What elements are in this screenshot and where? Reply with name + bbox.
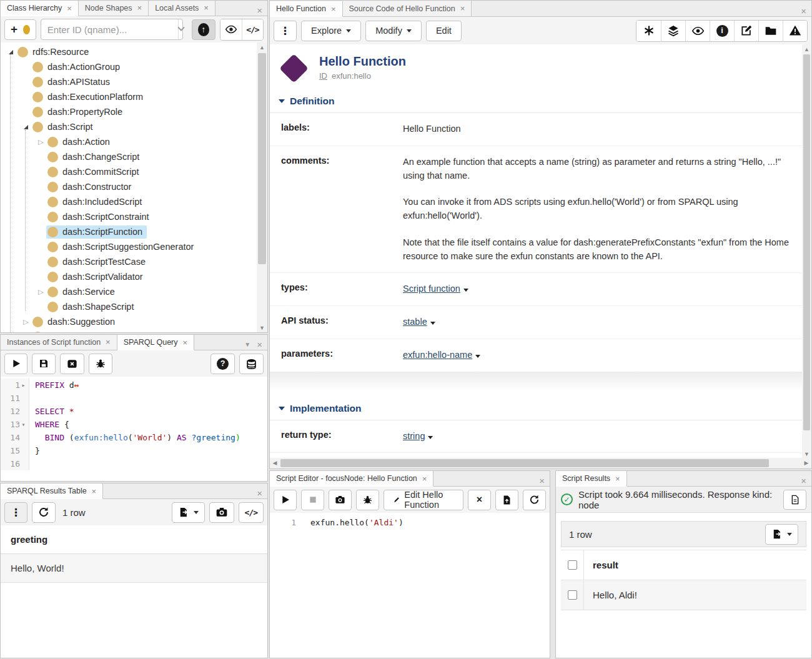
panel-menu-icon[interactable]: ▼ — [244, 341, 250, 348]
tree-item-dash-scriptsuggestiongenerator[interactable]: dash:ScriptSuggestionGenerator — [1, 239, 257, 254]
tab-hello-function[interactable]: Hello Function× — [270, 1, 343, 17]
close-icon[interactable]: × — [615, 475, 620, 483]
chevron-down-icon[interactable] — [463, 289, 468, 292]
close-icon[interactable]: × — [331, 5, 336, 13]
code-line[interactable]: 14 BIND (exfun:hello('World') AS ?greeti… — [1, 431, 267, 444]
expand-icon[interactable]: ▷ — [37, 288, 45, 296]
tree-item-dash-changescript[interactable]: dash:ChangeScript — [1, 149, 257, 164]
code-line[interactable]: 1▸PREFIX d↔ — [1, 379, 267, 392]
form-scrollbar-horizontal[interactable]: ◀ ▶ — [270, 458, 811, 468]
refresh-results-button[interactable] — [32, 502, 56, 523]
scrollbar-thumb[interactable] — [258, 53, 266, 264]
section-definition[interactable]: Definition — [270, 87, 802, 113]
info-button[interactable]: i — [710, 21, 734, 41]
checkbox[interactable] — [568, 560, 577, 570]
tab-instances[interactable]: Instances of Script function× — [1, 334, 117, 350]
code-line[interactable]: 15 } — [1, 444, 267, 457]
chevron-down-icon[interactable] — [428, 436, 433, 439]
source-code-button[interactable]: </> — [242, 19, 263, 40]
create-class-button[interactable]: + — [4, 19, 36, 40]
id-search-dropdown[interactable] — [178, 19, 184, 39]
edit-button[interactable]: Edit — [426, 21, 462, 41]
results-row[interactable]: Hello, World! — [1, 554, 267, 583]
tab-script-results[interactable]: Script Results× — [556, 471, 627, 487]
script-code-editor[interactable]: 1 exfun.hello('Aldi') — [270, 513, 550, 658]
run-script-button[interactable] — [274, 490, 297, 510]
chevron-down-icon[interactable] — [430, 322, 435, 325]
tab-node-shapes[interactable]: Node Shapes× — [79, 0, 149, 16]
panel-close-icon[interactable]: × — [801, 475, 806, 486]
tree-item-dash-commitscript[interactable]: dash:CommitScript — [1, 164, 257, 179]
fold-marker-icon[interactable]: ▾ — [20, 418, 27, 431]
form-menu-button[interactable]: ⋮ — [274, 21, 297, 41]
fold-marker-icon[interactable]: ▸ — [20, 379, 27, 392]
expand-icon[interactable]: ▷ — [22, 318, 30, 326]
save-query-button[interactable] — [32, 354, 56, 374]
export-results-button[interactable] — [172, 502, 205, 523]
close-icon[interactable]: × — [460, 4, 465, 12]
tree-item-dash-apistatus[interactable]: dash:APIStatus — [1, 74, 257, 89]
scroll-left-icon[interactable]: ◀ — [270, 458, 280, 468]
scrollbar-thumb[interactable] — [280, 459, 769, 467]
id-search-input[interactable] — [41, 24, 178, 35]
tree-item-dash-suggestion[interactable]: ▷dash:Suggestion — [1, 314, 257, 329]
tree-item-rdfs-resource[interactable]: rdfs:Resource — [1, 44, 257, 59]
code-line[interactable]: 1 exfun.hello('Aldi') — [270, 516, 550, 529]
query-dataset-button[interactable] — [239, 354, 264, 374]
watch-button[interactable] — [685, 21, 710, 41]
panel-close-icon[interactable]: × — [257, 5, 262, 16]
problems-button[interactable] — [783, 21, 807, 41]
close-icon[interactable]: × — [67, 4, 72, 12]
run-query-button[interactable] — [4, 354, 27, 374]
results-menu-button[interactable]: ⋮ — [4, 502, 27, 523]
navigate-up-button[interactable]: ↑ — [192, 19, 215, 40]
tree-item-dash-scriptconstraint[interactable]: dash:ScriptConstraint — [1, 209, 257, 224]
folder-button[interactable] — [758, 21, 783, 41]
results-source-button[interactable]: </> — [239, 502, 264, 523]
scroll-up-icon[interactable]: ▲ — [802, 44, 811, 54]
tree-item-dash-propertyrole[interactable]: dash:PropertyRole — [1, 104, 257, 119]
explore-menu-button[interactable]: Explore — [301, 21, 361, 41]
scroll-down-icon[interactable]: ▼ — [257, 323, 267, 333]
panel-close-icon[interactable]: × — [539, 475, 545, 486]
clear-query-button[interactable] — [60, 354, 84, 374]
tree-item-dash-executionplatform[interactable]: dash:ExecutionPlatform — [1, 89, 257, 104]
preview-eye-button[interactable] — [220, 19, 242, 40]
scroll-up-icon[interactable]: ▲ — [257, 42, 267, 52]
tree-item-dash-scripttestcase[interactable]: dash:ScriptTestCase — [1, 254, 257, 269]
export-script-results-button[interactable] — [765, 524, 798, 545]
tab-script-editor[interactable]: Script Editor - focusNode: Hello Functio… — [270, 471, 433, 487]
modify-menu-button[interactable]: Modify — [365, 21, 422, 41]
sparql-code-editor[interactable]: 1▸PREFIX d↔11 12 SELECT *13▾WHERE {14 BI… — [1, 377, 267, 482]
collapse-icon[interactable] — [22, 123, 30, 131]
return-type-link[interactable]: string — [403, 431, 425, 441]
scrollbar-thumb[interactable] — [803, 54, 810, 430]
tree-item-dash-suggestiongenerator[interactable]: ▷dash:SuggestionGenerator — [1, 329, 257, 333]
tree-scrollbar[interactable]: ▲ ▼ — [257, 42, 267, 333]
chevron-down-icon[interactable] — [475, 355, 480, 358]
tree-item-dash-service[interactable]: ▷dash:Service — [1, 284, 257, 299]
close-icon[interactable]: × — [106, 338, 111, 346]
code-line[interactable]: 13▾WHERE { — [1, 418, 267, 431]
snapshot-script-button[interactable] — [329, 490, 352, 510]
close-icon[interactable]: × — [204, 4, 209, 12]
tree-item-dash-scriptfunction[interactable]: dash:ScriptFunction — [1, 224, 257, 239]
tree-item-dash-includedscript[interactable]: dash:IncludedScript — [1, 194, 257, 209]
tree-item-dash-actiongroup[interactable]: dash:ActionGroup — [1, 59, 257, 74]
close-script-button[interactable]: × — [468, 490, 491, 510]
tab-sparql-query[interactable]: SPARQL Query× — [117, 335, 194, 350]
reload-script-button[interactable] — [523, 490, 546, 510]
tree-item-dash-scriptvalidator[interactable]: dash:ScriptValidator — [1, 269, 257, 284]
stop-script-button[interactable] — [301, 490, 324, 510]
layers-button[interactable] — [661, 21, 685, 41]
debug-script-button[interactable] — [356, 490, 379, 510]
code-line[interactable]: 16 — [1, 457, 267, 470]
view-response-button[interactable] — [783, 490, 806, 510]
tree-item-dash-action[interactable]: ▷dash:Action — [1, 134, 257, 149]
section-implementation[interactable]: Implementation — [270, 394, 802, 420]
tab-source-code[interactable]: Source Code of Hello Function× — [343, 1, 472, 16]
tab-class-hierarchy[interactable]: Class Hierarchy× — [1, 1, 79, 16]
tab-local-assets[interactable]: Local Assets× — [149, 0, 215, 16]
tab-sparql-results[interactable]: SPARQL Results Table× — [1, 483, 103, 499]
close-icon[interactable]: × — [183, 339, 188, 347]
